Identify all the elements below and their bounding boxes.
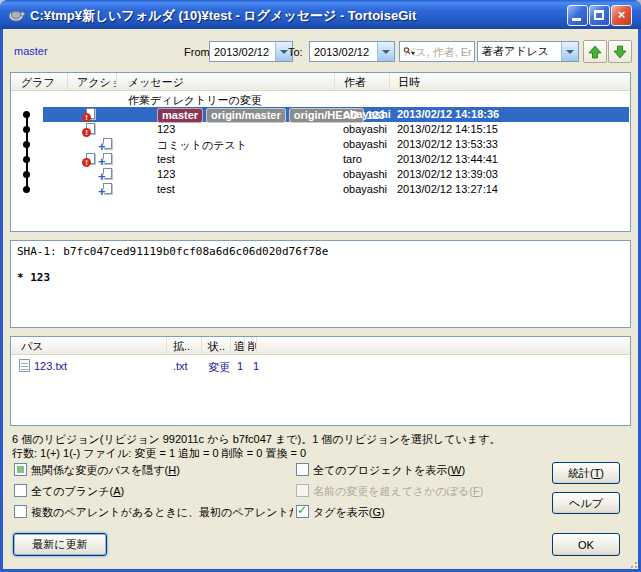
file-lines-added: 1 (237, 360, 243, 372)
working-dir-row[interactable]: 作業ディレクトリーの変更 (11, 91, 630, 107)
commit-message-body: * 123 (17, 271, 624, 284)
find-previous-button[interactable] (583, 40, 607, 63)
file-list-header: パス 拡.. 状.. 追 削 (11, 337, 630, 355)
commit-row[interactable]: + コミットのテスト obayashi 2013/02/12 13:53:33 (11, 137, 630, 152)
column-header-action[interactable]: アクション (68, 73, 117, 90)
first-parent-checkbox[interactable] (14, 505, 27, 518)
green-up-arrow-icon (588, 45, 602, 59)
column-header-status[interactable]: 状.. (202, 337, 231, 354)
search-filter-select[interactable]: 著者アドレス (477, 41, 579, 62)
first-parent-label[interactable]: 複数のペアレントがあるときに、最初のペアレントだけをさか (31, 505, 293, 520)
from-date-value: 2013/02/12 (210, 46, 275, 58)
commit-message-text: コミットのテスト (157, 138, 247, 153)
changed-files-list: パス 拡.. 状.. 追 削 123.txt .txt 変更 1 1 (10, 336, 631, 426)
commit-message-text: 123 (157, 123, 175, 135)
added-icon: + (100, 153, 114, 166)
commit-list: グラフ アクション メッセージ 作者 日時 作業ディレクトリーの変更 ! mas… (10, 72, 631, 232)
window-title: C:¥tmp¥新しいフォルダ (10)¥test - ログメッセージ - Tor… (30, 7, 416, 25)
to-date-value: 2013/02/12 (310, 46, 377, 58)
commit-author: obayashi (343, 123, 387, 135)
title-bar[interactable]: C:¥tmp¥新しいフォルダ (10)¥test - ログメッセージ - Tor… (0, 0, 641, 29)
to-label: To: (288, 46, 303, 58)
commit-date: 2013/02/12 13:39:03 (397, 168, 498, 180)
follow-renames-label: 名前の変更を超えてさかのぼる(F) (313, 484, 483, 499)
from-date-picker[interactable]: 2013/02/12 (209, 41, 293, 62)
tortoisegit-icon (7, 6, 25, 24)
file-row[interactable]: 123.txt .txt 変更 1 1 (11, 359, 630, 374)
commit-date: 2013/02/12 14:18:36 (397, 108, 499, 120)
commit-row[interactable]: + 123 obayashi 2013/02/12 13:39:03 (11, 167, 630, 182)
show-tags-checkbox[interactable]: ✓ (296, 505, 309, 518)
sha1-line: SHA-1: b7fc047ced91119b0fcf08a6d6c06d020… (17, 245, 624, 258)
maximize-button[interactable] (589, 5, 610, 26)
search-filter-value: 著者アドレス (478, 44, 561, 59)
column-header-date[interactable]: 日時 (390, 73, 630, 90)
current-branch-link[interactable]: master (14, 45, 48, 57)
column-header-extension[interactable]: 拡.. (167, 337, 202, 354)
close-button[interactable]: × (611, 5, 632, 26)
commit-message-text: test (157, 183, 175, 195)
column-header-author[interactable]: 作者 (335, 73, 390, 90)
commit-author: obayashi (343, 108, 391, 120)
chevron-down-icon (566, 50, 574, 54)
statistics-button[interactable]: 統計(T) (552, 462, 620, 484)
modified-icon: ! (83, 123, 97, 136)
commit-message-text: 123 (157, 168, 175, 180)
commit-author: taro (343, 153, 362, 165)
find-next-button[interactable] (608, 40, 632, 63)
to-date-picker[interactable]: 2013/02/12 (309, 41, 395, 62)
search-input[interactable]: パス, 作者, Er (399, 41, 475, 62)
hide-unrelated-label[interactable]: 無関係な変更のパスを隠す(H) (31, 463, 180, 478)
chevron-down-icon (280, 50, 288, 54)
file-path: 123.txt (34, 360, 67, 372)
show-all-projects-label[interactable]: 全てのプロジェクトを表示(W) (313, 463, 465, 478)
commit-message-pane[interactable]: SHA-1: b7fc047ced91119b0fcf08a6d6c06d020… (10, 240, 631, 328)
commit-row-selected[interactable]: ! masterorigin/masterorigin/HEAD123 obay… (11, 107, 630, 122)
search-filter-dropdown-button[interactable] (561, 42, 578, 61)
commit-author: obayashi (343, 138, 387, 150)
modified-icon: ! (83, 108, 97, 121)
modified-icon: ! (83, 153, 97, 166)
chevron-down-icon (382, 50, 390, 54)
show-all-projects-checkbox[interactable] (296, 463, 309, 476)
remote-branch-badge[interactable]: origin/master (206, 108, 286, 123)
to-date-dropdown-button[interactable] (377, 42, 394, 61)
hide-unrelated-checkbox[interactable] (14, 463, 27, 476)
branch-badge[interactable]: master (157, 108, 203, 123)
maximize-icon (594, 10, 604, 20)
search-icon[interactable] (403, 42, 415, 60)
file-lines-deleted: 1 (253, 360, 259, 372)
commit-date: 2013/02/12 13:44:41 (397, 153, 498, 165)
column-header-message[interactable]: メッセージ (117, 73, 335, 90)
commit-row[interactable]: + test obayashi 2013/02/12 13:27:14 (11, 182, 630, 197)
refresh-button[interactable]: 最新に更新 (13, 533, 107, 556)
commit-date: 2013/02/12 13:53:33 (397, 138, 498, 150)
commit-author: obayashi (343, 168, 387, 180)
commit-row[interactable]: ! 123 obayashi 2013/02/12 14:15:15 (11, 122, 630, 137)
blank-line (17, 258, 624, 271)
column-header-lines-added[interactable]: 追 (231, 337, 245, 354)
show-tags-label[interactable]: タグを表示(G) (313, 505, 385, 520)
all-branches-label[interactable]: 全てのブランチ(A) (31, 484, 124, 499)
help-button[interactable]: ヘルプ (552, 492, 620, 514)
all-branches-checkbox[interactable] (14, 484, 27, 497)
check-icon: ✓ (297, 503, 307, 517)
minimize-button[interactable] (567, 5, 588, 26)
resize-grip[interactable] (627, 558, 637, 568)
column-header-path[interactable]: パス (11, 337, 167, 354)
ok-button[interactable]: OK (552, 533, 620, 556)
column-header-graph[interactable]: グラフ (11, 73, 68, 90)
column-header-lines-deleted[interactable]: 削 (245, 337, 257, 354)
partial-check-icon (17, 466, 24, 473)
commit-row[interactable]: ! + test taro 2013/02/12 13:44:41 (11, 152, 630, 167)
commit-message-text: test (157, 153, 175, 165)
minimize-icon (572, 18, 581, 21)
file-extension: .txt (173, 360, 188, 372)
revision-summary-text: 6 個のリビジョン(リビジョン 992011c から b7fc047 まで)。1… (12, 432, 500, 447)
commit-date: 2013/02/12 14:15:15 (397, 123, 498, 135)
file-status: 変更 (208, 360, 230, 375)
file-summary-text: 行数: 1(+) 1(-) ファイル: 変更 = 1 追加 = 0 削除 = 0… (12, 446, 306, 461)
close-icon: × (612, 7, 631, 22)
text-file-icon (19, 359, 30, 372)
commit-date: 2013/02/12 13:27:14 (397, 183, 498, 195)
